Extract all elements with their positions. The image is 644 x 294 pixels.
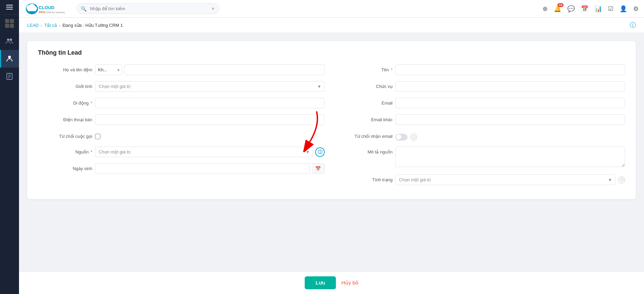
hamburger-icon[interactable] — [6, 5, 13, 10]
email-khac-field — [395, 114, 625, 125]
form-grid: Họ và tên đệm Kh... Ông Bà ▼ — [38, 65, 625, 191]
ho-ten-input[interactable]: Hữu Tường CRM — [124, 65, 325, 75]
topbar-actions: ⊕ 🔔 73 💬 📅 📊 ☑ 👤 ⚙ — [543, 5, 639, 13]
svg-rect-1 — [10, 19, 14, 23]
tu-choi-info-icon[interactable]: ⓘ — [410, 134, 417, 141]
ngay-sinh-field: 📅 — [95, 163, 325, 174]
tinh-trang-row: Tình trạng Chọn một giá trị Mới Đang xử … — [338, 174, 625, 185]
person-icon — [5, 55, 14, 63]
content-area: Thông tin Lead Họ và tên đệm Kh... — [19, 33, 644, 294]
sidebar-item-dashboard[interactable] — [0, 15, 19, 32]
breadcrumb: LEAD › Tất cả › Đang sửa : Hữu Tường CRM… — [19, 18, 644, 33]
tu-choi-field — [95, 131, 325, 141]
email-khac-input[interactable] — [395, 114, 625, 125]
form-right-col: Tên * 1 Chức vụ — [338, 65, 625, 191]
svg-rect-15 — [28, 8, 36, 11]
di-dong-input[interactable]: 0985123005 — [95, 98, 325, 108]
tinh-trang-select[interactable]: Chọn một giá trị Mới Đang xử lý — [395, 174, 615, 185]
chuc-vu-input[interactable] — [395, 81, 625, 92]
mo-ta-nguon-textarea[interactable] — [395, 147, 625, 167]
ten-input[interactable]: 1 — [395, 65, 625, 75]
nguon-field: Chọn một giá trị Website Referral ▼ ⓘ — [95, 147, 325, 157]
chat-icon[interactable]: 💬 — [567, 5, 575, 13]
add-icon[interactable]: ⊕ — [543, 5, 548, 13]
date-picker-btn[interactable]: 📅 — [312, 163, 325, 174]
bell-icon[interactable]: 🔔 73 — [554, 5, 561, 13]
dien-thoai-ban-field — [95, 114, 325, 125]
cancel-button[interactable]: Hủy bỏ — [341, 280, 358, 286]
ngay-sinh-input[interactable] — [95, 163, 310, 174]
tu-choi-email-row: Từ chối nhận email ⓘ — [338, 131, 625, 141]
user-icon[interactable]: 👤 — [620, 5, 627, 13]
help-icon[interactable]: ⓘ — [630, 21, 636, 29]
bottom-bar: Lưu Hủy bỏ — [19, 271, 644, 294]
breadcrumb-sep1: › — [41, 23, 42, 28]
date-wrap: 📅 — [95, 163, 325, 174]
email-khac-label: Email khác — [338, 114, 393, 122]
settings-icon[interactable]: ⚙ — [633, 5, 639, 13]
tu-choi-checkbox[interactable] — [95, 134, 100, 139]
tu-choi-email-toggle[interactable] — [395, 134, 408, 141]
task-icon[interactable]: ☑ — [608, 5, 613, 13]
form-left-col: Họ và tên đệm Kh... Ông Bà ▼ — [38, 65, 325, 191]
mo-ta-nguon-row: Mô tả nguồn — [338, 147, 625, 168]
tu-choi-label: Từ chối cuộc gọi — [38, 131, 92, 139]
ho-ten-row: Họ và tên đệm Kh... Ông Bà ▼ — [38, 65, 325, 75]
users-icon — [5, 37, 14, 45]
chart-icon[interactable]: 📊 — [594, 5, 602, 13]
breadcrumb-current: Đang sửa : Hữu Tường CRM 1 — [62, 23, 123, 28]
ten-row: Tên * 1 — [338, 65, 625, 75]
ho-ten-field: Kh... Ông Bà ▼ Hữu Tường CRM — [95, 65, 325, 75]
email-input[interactable] — [395, 98, 625, 108]
email-khac-row: Email khác — [338, 114, 625, 125]
breadcrumb-lead[interactable]: LEAD — [27, 23, 39, 28]
nguon-row-inner: Chọn một giá trị Website Referral ▼ ⓘ — [95, 147, 325, 157]
tinh-trang-select-wrap: Chọn một giá trị Mới Đang xử lý ▼ — [395, 174, 615, 185]
chuc-vu-row: Chức vụ — [338, 81, 625, 92]
gioi-tinh-row: Giới tính Chọn một giá trị Nam Nữ ▼ — [38, 81, 325, 92]
ho-ten-wrap: Kh... Ông Bà ▼ Hữu Tường CRM — [95, 65, 325, 75]
ho-ten-label: Họ và tên đệm — [38, 65, 92, 72]
tu-choi-email-label: Từ chối nhận email — [338, 131, 393, 139]
chuc-vu-field — [395, 81, 625, 92]
nguon-info-btn[interactable]: ⓘ — [315, 147, 325, 157]
form-title: Thông tin Lead — [38, 49, 625, 56]
svg-rect-0 — [5, 19, 9, 23]
chevron-down-icon: ▼ — [211, 6, 215, 11]
email-field — [395, 98, 625, 108]
sidebar-item-reports[interactable] — [0, 68, 19, 85]
svg-text:CRM for Industry: CRM for Industry — [45, 11, 65, 14]
tu-choi-email-wrap: ⓘ — [395, 134, 625, 141]
nguon-select[interactable]: Chọn một giá trị Website Referral — [95, 147, 313, 157]
cloudpro-logo: CLOUD PRO CRM for Industry — [24, 2, 69, 15]
gioi-tinh-select-wrap: Chọn một giá trị Nam Nữ ▼ — [95, 81, 325, 92]
sidebar — [0, 0, 19, 294]
dien-thoai-ban-label: Điện thoại bàn — [38, 114, 92, 122]
ngay-sinh-row: Ngày sinh 📅 — [38, 163, 325, 174]
di-dong-field: 0985123005 — [95, 98, 325, 108]
nguon-row: Nguồn * Chọn một giá trị Website Referra… — [38, 147, 325, 157]
dien-thoai-ban-input[interactable] — [95, 114, 325, 125]
clipboard-icon — [5, 72, 14, 80]
breadcrumb-all[interactable]: Tất cả — [44, 23, 57, 28]
ten-label: Tên * — [338, 65, 393, 72]
gioi-tinh-label: Giới tính — [38, 81, 92, 89]
di-dong-row: Di động * 0985123005 — [38, 98, 325, 108]
svg-point-6 — [8, 56, 11, 58]
search-input[interactable] — [77, 3, 219, 14]
tu-choi-row: Từ chối cuộc gọi — [38, 131, 325, 141]
sidebar-item-lead[interactable] — [0, 50, 19, 68]
ten-field: 1 — [395, 65, 625, 75]
sidebar-item-contacts-group[interactable] — [0, 32, 19, 50]
search-bar[interactable]: 🔍 ▼ — [77, 3, 219, 14]
ho-prefix-select[interactable]: Kh... Ông Bà — [95, 65, 122, 75]
tinh-trang-info-icon[interactable]: ⓘ — [618, 177, 625, 183]
gioi-tinh-select[interactable]: Chọn một giá trị Nam Nữ — [95, 81, 325, 92]
email-label: Email — [338, 98, 393, 106]
chuc-vu-label: Chức vụ — [338, 81, 393, 89]
di-dong-label: Di động * — [38, 98, 92, 106]
sidebar-menu-toggle[interactable] — [0, 0, 19, 15]
calendar-icon[interactable]: 📅 — [581, 5, 588, 13]
main-wrapper: CLOUD PRO CRM for Industry 🔍 ▼ ⊕ 🔔 73 💬 … — [19, 0, 644, 294]
save-button[interactable]: Lưu — [305, 276, 336, 289]
